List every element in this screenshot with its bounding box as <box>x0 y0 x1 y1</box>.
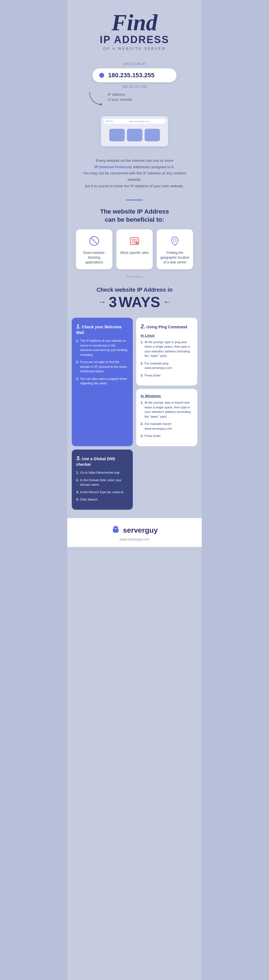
step-2-title: 2. Using Ping Command <box>141 323 193 330</box>
step-1-number: 1. <box>76 323 81 329</box>
step-2-linux-item-3: Press Enter <box>141 373 193 378</box>
svg-line-2 <box>91 238 98 244</box>
step-1-item-1: The IP address of your domain or server … <box>76 339 128 357</box>
step-1-list: The IP address of your domain or server … <box>76 339 128 386</box>
pin-icon <box>169 235 181 247</box>
ip-search-area: 185.221.69.47 180.235.153.255 182.19.127… <box>67 56 202 111</box>
step-2-windows-item-2: For example tracert www.serverguy.com <box>141 422 193 431</box>
step-1-item-3: You can also raise a support ticket rega… <box>76 377 128 386</box>
step-2-linux-item-2: For example ping www.serverguy.com <box>141 361 193 370</box>
benefit-card-block: Block specific sites <box>116 229 153 269</box>
desc-line3: You may not be concerned with the IP add… <box>83 171 186 182</box>
ip-label: IP addressof your website <box>107 92 132 102</box>
list-icon <box>128 235 141 247</box>
step-3-item-4: Click Search. <box>76 497 128 502</box>
brand-small: ServerGuy <box>126 275 143 278</box>
arrow-curve-icon <box>87 91 106 108</box>
step-2-linux-item-1: At the prompt, type in ping and leave a … <box>141 340 193 358</box>
browser-card-1 <box>109 129 125 142</box>
browser-url: www.serverguy.com <box>115 120 163 123</box>
browser-dot-3 <box>111 120 113 122</box>
ways-arrow-left: → <box>98 298 106 307</box>
benefit-label-find: Finding the geographic location of a web… <box>160 251 190 264</box>
step-2-linux-title: In Linux <box>141 333 193 337</box>
step-2-windows-item-1: At the prompt, type in tracert and leave… <box>141 400 193 419</box>
description: Every website on the internet has one or… <box>67 152 202 196</box>
svg-point-9 <box>173 239 176 242</box>
svg-point-10 <box>115 528 117 529</box>
desc-line4: but it is crucial to know the IP address… <box>85 184 184 188</box>
ban-icon <box>88 235 100 247</box>
benefit-card-find: Finding the geographic location of a web… <box>157 229 193 269</box>
step-3-number: 3. <box>76 455 81 461</box>
step-1-card: 1. Check your Welcome Mail The IP addres… <box>72 318 133 446</box>
step-2-windows-list: At the prompt, type in tracert and leave… <box>141 400 193 438</box>
step-3-title-text: Use a Global DNS checker <box>76 457 115 467</box>
ip-below: 182.19.127.255 <box>122 84 147 89</box>
step-2-windows-card: In Windows At the prompt, type in tracer… <box>136 389 197 446</box>
ways-arrow-right: ← <box>163 298 171 307</box>
browser-dots <box>106 120 113 122</box>
divider <box>126 200 143 200</box>
step-1-title-text: Check your Welcome Mail <box>76 325 122 335</box>
step-1-title: 1. Check your Welcome Mail <box>76 323 128 335</box>
header: Find IP ADDRESS OF A WEBSITE SERVER <box>94 0 175 56</box>
svg-marker-0 <box>99 103 102 105</box>
step-1-item-2: If you are not able to find the domain t… <box>76 360 128 374</box>
browser-card-2 <box>127 129 143 142</box>
benefits-cards: Divert website-blocking applications Blo… <box>70 229 199 272</box>
benefits-title: The website IP Addresscan be beneficial … <box>91 205 178 229</box>
header-subtitle: OF A WEBSITE SERVER <box>100 46 169 51</box>
footer-logo-icon <box>111 525 120 536</box>
desc-line1: Every website on the internet has one or… <box>96 158 173 162</box>
step-2-windows-item-3: Press Enter <box>141 434 193 438</box>
search-dot-icon <box>99 73 104 78</box>
ways-number: 3 <box>109 295 117 309</box>
browser-content <box>104 127 165 143</box>
footer-url: www.serverguy.com <box>120 538 149 541</box>
step-3-item-3: In the Record Type list, select A. <box>76 490 128 495</box>
step-2-number: 2. <box>141 323 146 329</box>
step-2-title-text: Using Ping Command <box>147 325 187 329</box>
step-2-windows-title: In Windows <box>141 394 193 398</box>
ip-above: 185.221.69.47 <box>123 62 146 66</box>
footer-brand-name: serverguy <box>123 526 158 535</box>
step-3-item-1: Go to https://dnschecker.org/ <box>76 470 128 475</box>
benefit-label-block: Block specific sites <box>120 251 149 255</box>
step-3-title: 3. Use a Global DNS checker <box>76 455 128 467</box>
header-find: Find <box>100 11 169 34</box>
browser-dot-1 <box>106 120 107 122</box>
desc-highlight: IP (Internal Protocol) <box>94 165 132 169</box>
footer-brand: serverguy <box>111 525 158 536</box>
browser-dot-2 <box>109 120 110 122</box>
grid-spacer <box>136 450 197 510</box>
browser-mockup: www.serverguy.com <box>101 116 168 146</box>
step-3-list: Go to https://dnschecker.org/ In the Dom… <box>76 470 128 502</box>
benefit-card-divert: Divert website-blocking applications <box>76 229 112 269</box>
step-2-linux-list: At the prompt, type in ping and leave a … <box>141 340 193 378</box>
infographic: Find IP ADDRESS OF A WEBSITE SERVER 185.… <box>67 0 202 980</box>
search-ip-text: 180.235.153.255 <box>108 72 154 79</box>
steps-grid: 1. Check your Welcome Mail The IP addres… <box>67 318 202 510</box>
browser-bar: www.serverguy.com <box>104 119 165 124</box>
ways-text: WAYS <box>118 295 160 309</box>
ways-title: Check website IP Address in <box>91 284 178 293</box>
header-ip: IP ADDRESS <box>100 34 169 45</box>
benefit-label-divert: Divert website-blocking applications <box>79 251 109 264</box>
step-3-item-2: In the Domain field, enter your domain n… <box>76 478 128 487</box>
desc-line2: addresses assigned to it. <box>133 165 174 169</box>
step-3-card: 3. Use a Global DNS checker Go to https:… <box>72 450 133 510</box>
browser-card-3 <box>144 129 160 142</box>
footer: serverguy www.serverguy.com <box>67 518 202 547</box>
step-2-linux-card: 2. Using Ping Command In Linux At the pr… <box>136 318 197 386</box>
search-bar: 180.235.153.255 <box>93 68 176 82</box>
ways-big: → 3 WAYS ← <box>98 295 171 309</box>
